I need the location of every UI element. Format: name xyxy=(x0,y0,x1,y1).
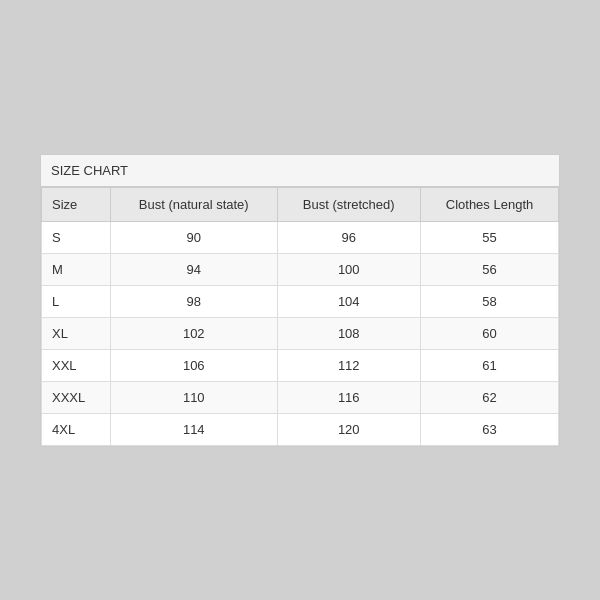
cell-size: M xyxy=(42,253,111,285)
cell-bust_natural: 98 xyxy=(111,285,277,317)
cell-bust_stretched: 104 xyxy=(277,285,420,317)
cell-bust_natural: 90 xyxy=(111,221,277,253)
cell-length: 61 xyxy=(420,349,558,381)
cell-length: 63 xyxy=(420,413,558,445)
table-row: M9410056 xyxy=(42,253,559,285)
cell-size: XXL xyxy=(42,349,111,381)
header-clothes-length: Clothes Length xyxy=(420,187,558,221)
table-row: XXL10611261 xyxy=(42,349,559,381)
table-row: 4XL11412063 xyxy=(42,413,559,445)
cell-bust_stretched: 112 xyxy=(277,349,420,381)
cell-bust_natural: 102 xyxy=(111,317,277,349)
cell-bust_natural: 94 xyxy=(111,253,277,285)
header-bust-natural: Bust (natural state) xyxy=(111,187,277,221)
cell-bust_stretched: 96 xyxy=(277,221,420,253)
table-row: XXXL11011662 xyxy=(42,381,559,413)
size-chart-table: Size Bust (natural state) Bust (stretche… xyxy=(41,187,559,446)
cell-length: 58 xyxy=(420,285,558,317)
table-header-row: Size Bust (natural state) Bust (stretche… xyxy=(42,187,559,221)
cell-bust_stretched: 108 xyxy=(277,317,420,349)
cell-length: 56 xyxy=(420,253,558,285)
cell-size: XXXL xyxy=(42,381,111,413)
cell-bust_stretched: 120 xyxy=(277,413,420,445)
cell-size: 4XL xyxy=(42,413,111,445)
cell-bust_stretched: 116 xyxy=(277,381,420,413)
cell-size: L xyxy=(42,285,111,317)
table-row: XL10210860 xyxy=(42,317,559,349)
cell-size: S xyxy=(42,221,111,253)
cell-bust_natural: 110 xyxy=(111,381,277,413)
cell-bust_natural: 106 xyxy=(111,349,277,381)
table-title: SIZE CHART xyxy=(41,155,559,187)
cell-bust_stretched: 100 xyxy=(277,253,420,285)
table-row: L9810458 xyxy=(42,285,559,317)
cell-length: 55 xyxy=(420,221,558,253)
cell-size: XL xyxy=(42,317,111,349)
cell-length: 62 xyxy=(420,381,558,413)
size-chart-container: SIZE CHART Size Bust (natural state) Bus… xyxy=(40,154,560,447)
cell-length: 60 xyxy=(420,317,558,349)
header-size: Size xyxy=(42,187,111,221)
table-row: S909655 xyxy=(42,221,559,253)
cell-bust_natural: 114 xyxy=(111,413,277,445)
header-bust-stretched: Bust (stretched) xyxy=(277,187,420,221)
